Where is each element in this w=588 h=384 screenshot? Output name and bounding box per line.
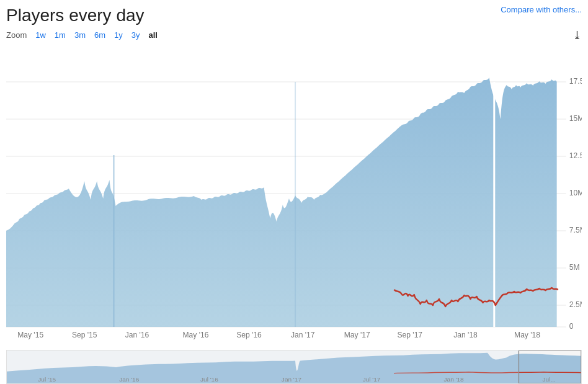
svg-text:Jul '16: Jul '16 xyxy=(200,376,218,383)
svg-text:Jan '18: Jan '18 xyxy=(444,376,465,383)
svg-text:May '16: May '16 xyxy=(182,331,208,339)
svg-text:May '17: May '17 xyxy=(344,331,370,339)
svg-text:May '15: May '15 xyxy=(17,331,43,339)
svg-text:Jan '17: Jan '17 xyxy=(282,376,301,383)
download-button[interactable]: ⤓ xyxy=(572,29,582,42)
svg-text:2.5M: 2.5M xyxy=(569,300,582,309)
chart-svg: 17.5M 15M 12.5M 10M 7.5M 5M 2.5M 0 May '… xyxy=(6,45,582,349)
zoom-3m[interactable]: 3m xyxy=(72,30,88,40)
svg-text:Jul '17: Jul '17 xyxy=(363,376,381,383)
svg-text:Jan '16: Jan '16 xyxy=(119,376,140,383)
svg-text:5M: 5M xyxy=(569,263,580,272)
mini-chart-svg: Jul '15 Jan '16 Jul '16 Jan '17 Jul '17 … xyxy=(7,351,581,383)
svg-text:12.5M: 12.5M xyxy=(569,151,582,160)
zoom-1m[interactable]: 1m xyxy=(52,30,68,40)
svg-text:Sep '17: Sep '17 xyxy=(397,331,422,339)
main-container: Players every day Compare with others...… xyxy=(0,0,588,384)
mini-chart[interactable]: Jul '15 Jan '16 Jul '16 Jan '17 Jul '17 … xyxy=(6,350,582,384)
zoom-3y[interactable]: 3y xyxy=(129,30,143,40)
svg-text:May '18: May '18 xyxy=(514,331,540,339)
svg-text:10M: 10M xyxy=(569,189,582,197)
zoom-bar: Zoom 1w 1m 3m 6m 1y 3y all ⤓ xyxy=(6,29,582,42)
svg-text:Jan '16: Jan '16 xyxy=(125,331,149,339)
zoom-all[interactable]: all xyxy=(146,30,160,40)
compare-link[interactable]: Compare with others... xyxy=(501,5,582,14)
top-bar: Players every day Compare with others... xyxy=(6,5,582,26)
page-title: Players every day xyxy=(6,5,145,26)
zoom-label: Zoom xyxy=(6,30,27,40)
svg-text:15M: 15M xyxy=(569,114,582,123)
svg-text:Jan '18: Jan '18 xyxy=(453,331,478,339)
svg-text:Jul...: Jul... xyxy=(543,376,556,383)
zoom-1y[interactable]: 1y xyxy=(112,30,125,40)
zoom-1w[interactable]: 1w xyxy=(33,30,48,40)
svg-rect-31 xyxy=(7,351,519,383)
svg-text:Sep '16: Sep '16 xyxy=(236,331,262,339)
svg-text:Jul '15: Jul '15 xyxy=(38,376,56,383)
svg-text:Sep '15: Sep '15 xyxy=(72,331,97,339)
svg-text:Jan '17: Jan '17 xyxy=(291,331,315,339)
svg-text:17.5M: 17.5M xyxy=(569,77,582,86)
svg-text:0: 0 xyxy=(569,322,574,331)
main-chart: 17.5M 15M 12.5M 10M 7.5M 5M 2.5M 0 May '… xyxy=(6,45,582,349)
zoom-6m[interactable]: 6m xyxy=(92,30,108,40)
svg-text:7.5M: 7.5M xyxy=(569,226,582,234)
